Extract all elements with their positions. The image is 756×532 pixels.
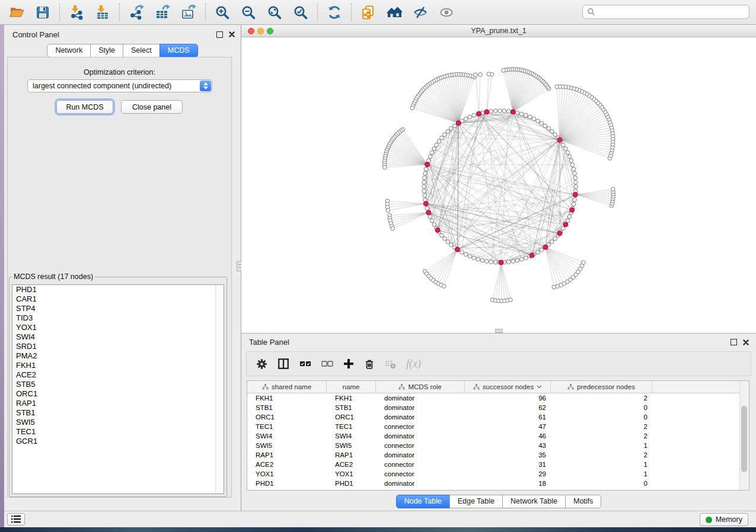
network-ring-node[interactable]: [428, 214, 432, 219]
network-leaf-node[interactable]: [611, 187, 615, 191]
mcds-result-item[interactable]: STP4: [12, 304, 224, 313]
network-ring-node[interactable]: [574, 185, 578, 189]
network-mcds-hub-node[interactable]: [484, 110, 489, 114]
network-ring-node[interactable]: [430, 219, 434, 223]
network-leaf-node[interactable]: [391, 226, 395, 230]
network-mcds-hub-node[interactable]: [511, 110, 515, 114]
mcds-result-item[interactable]: SWI5: [12, 418, 224, 427]
zoom-selected-button[interactable]: [289, 2, 312, 23]
network-mcds-hub-node[interactable]: [425, 162, 430, 167]
network-ring-node[interactable]: [425, 206, 429, 210]
table-settings-gear-icon[interactable]: [256, 358, 267, 370]
mcds-result-item[interactable]: FKH1: [12, 361, 224, 370]
mcds-result-list[interactable]: PHD1CAR1STP4TID3YOX1SWI4SRD1PMA2FKH1ACE2…: [12, 284, 224, 494]
network-ring-node[interactable]: [536, 119, 540, 123]
close-panel-button[interactable]: Close panel: [121, 100, 183, 114]
network-ring-node[interactable]: [430, 150, 434, 155]
network-ring-node[interactable]: [424, 167, 428, 171]
mcds-result-item[interactable]: GCR1: [12, 437, 224, 446]
table-tab-edge-table[interactable]: Edge Table: [449, 495, 503, 508]
network-ring-node[interactable]: [443, 133, 447, 137]
network-ring-node[interactable]: [574, 180, 578, 184]
mcds-list-scrollbar[interactable]: [215, 285, 224, 493]
network-mcds-hub-node[interactable]: [570, 208, 575, 213]
show-column-panel-icon[interactable]: [277, 358, 289, 370]
save-session-button[interactable]: [31, 2, 54, 23]
network-leaf-node[interactable]: [582, 261, 586, 265]
column-header-shared-name[interactable]: shared name: [247, 381, 327, 393]
network-ring-node[interactable]: [573, 176, 578, 180]
network-mcds-hub-node[interactable]: [455, 247, 460, 252]
network-leaf-node[interactable]: [442, 284, 446, 289]
network-ring-node[interactable]: [432, 223, 436, 227]
create-new-column-icon[interactable]: [343, 358, 354, 369]
select-all-columns-icon[interactable]: [299, 360, 311, 367]
network-ring-node[interactable]: [567, 214, 572, 219]
table-tab-motifs[interactable]: Motifs: [565, 495, 601, 508]
network-mcds-hub-node[interactable]: [557, 231, 562, 236]
network-ring-node[interactable]: [446, 130, 450, 134]
mcds-result-item[interactable]: STB5: [12, 380, 224, 389]
network-ring-node[interactable]: [550, 130, 554, 134]
network-leaf-node[interactable]: [386, 209, 390, 213]
network-ring-node[interactable]: [507, 260, 511, 264]
network-ring-node[interactable]: [449, 127, 453, 131]
refresh-view-button[interactable]: [323, 2, 346, 23]
table-row[interactable]: TEC1TEC1connector472: [247, 422, 749, 431]
table-row[interactable]: RAP1RAP1dominator352: [247, 450, 749, 460]
table-row[interactable]: STB1STB1dominator620: [247, 403, 749, 412]
network-ring-node[interactable]: [567, 155, 572, 159]
delete-columns-icon[interactable]: [364, 358, 375, 370]
network-ring-node[interactable]: [550, 240, 554, 244]
mcds-result-item[interactable]: SRD1: [12, 342, 224, 351]
network-mcds-hub-node[interactable]: [435, 227, 440, 232]
network-leaf-node[interactable]: [410, 106, 414, 110]
network-mcds-hub-node[interactable]: [543, 245, 548, 249]
network-ring-node[interactable]: [528, 115, 532, 119]
mcds-result-item[interactable]: SWI4: [12, 332, 224, 342]
table-scrollbar-thumb[interactable]: [741, 406, 747, 472]
node-table[interactable]: shared namenameMCDS rolesuccessor nodesp…: [247, 380, 749, 491]
table-scrollbar[interactable]: [739, 381, 749, 490]
column-header-name[interactable]: name: [327, 381, 376, 393]
network-ring-node[interactable]: [437, 139, 441, 143]
network-leaf-node[interactable]: [487, 72, 491, 76]
network-ring-node[interactable]: [536, 251, 540, 255]
network-ring-node[interactable]: [468, 115, 472, 119]
network-ring-node[interactable]: [498, 109, 502, 113]
network-leaf-node[interactable]: [509, 298, 513, 302]
open-file-button[interactable]: [5, 2, 28, 23]
search-input[interactable]: [582, 5, 749, 19]
close-table-panel-icon[interactable]: [743, 339, 749, 345]
import-network-button[interactable]: [65, 2, 88, 23]
network-mcds-hub-node[interactable]: [529, 253, 534, 258]
network-ring-node[interactable]: [566, 150, 570, 155]
delete-table-icon[interactable]: [385, 359, 396, 369]
first-neighbors-button[interactable]: [383, 2, 406, 23]
network-ring-node[interactable]: [422, 189, 426, 193]
equation-builder-icon[interactable]: f(x): [406, 358, 421, 370]
network-ring-node[interactable]: [524, 113, 528, 117]
network-mcds-hub-node[interactable]: [477, 111, 481, 116]
network-ring-node[interactable]: [524, 256, 528, 260]
column-header-MCDS-role[interactable]: MCDS role: [376, 381, 465, 393]
zoom-in-button[interactable]: [211, 2, 234, 23]
network-ring-node[interactable]: [435, 143, 439, 147]
tab-network[interactable]: Network: [47, 44, 91, 57]
table-row[interactable]: SWI5SWI5connector431: [247, 441, 749, 450]
network-ring-node[interactable]: [423, 176, 427, 180]
network-ring-node[interactable]: [570, 163, 575, 167]
table-row[interactable]: SWI4SWI4dominator462: [247, 431, 749, 441]
network-ring-node[interactable]: [472, 113, 476, 117]
network-ring-node[interactable]: [515, 258, 519, 262]
mcds-result-item[interactable]: TEC1: [12, 427, 224, 437]
network-ring-node[interactable]: [468, 254, 472, 258]
network-mcds-hub-node[interactable]: [563, 222, 568, 227]
network-mcds-hub-node[interactable]: [557, 137, 562, 142]
network-mcds-hub-node[interactable]: [426, 210, 431, 215]
network-table-splitter-handle[interactable]: [495, 329, 503, 333]
network-mcds-hub-node[interactable]: [456, 121, 461, 126]
criterion-dropdown[interactable]: largest connected component (undirected): [27, 79, 212, 92]
network-window-titlebar[interactable]: YPA_prune.txt_1: [241, 25, 756, 37]
network-ring-node[interactable]: [464, 252, 468, 257]
